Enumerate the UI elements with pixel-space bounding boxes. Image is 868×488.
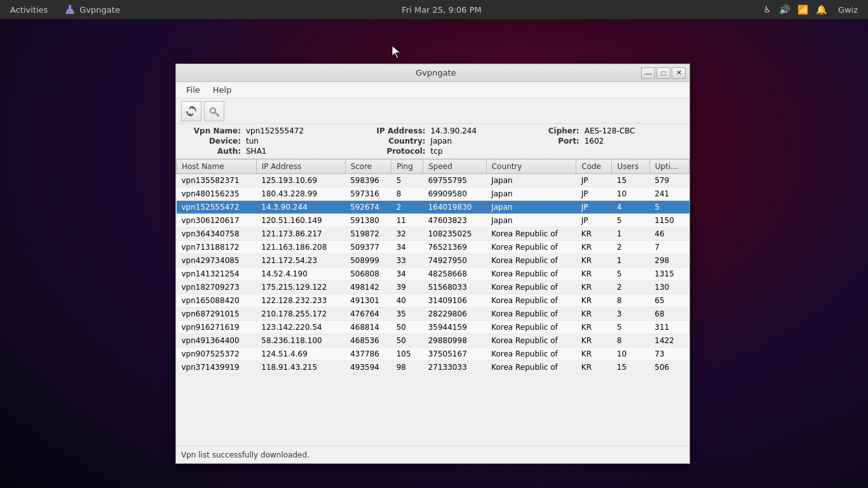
toolbar [176, 98, 689, 124]
table-row[interactable]: vpn135582371125.193.10.69598396569755795… [177, 174, 689, 187]
menu-help[interactable]: Help [208, 84, 237, 96]
col-users[interactable]: Users [612, 159, 649, 174]
volume-icon: 🔊 [779, 4, 790, 15]
statusbar: Vpn list successfully downloaded. [176, 445, 689, 463]
col-ping[interactable]: Ping [391, 159, 423, 174]
vpn-table-container: Host Name IP Address Score Ping Speed Co… [176, 159, 689, 445]
table-row[interactable]: vpn429734085121.172.54.23508999337492795… [177, 254, 689, 268]
table-row[interactable]: vpn306120617120.51.160.14959138011476038… [177, 214, 689, 227]
col-country[interactable]: Country [486, 159, 576, 174]
table-row[interactable]: vpn15255547214.3.90.2445926742164019830J… [177, 201, 689, 214]
window-minimize-button[interactable]: — [641, 67, 655, 79]
accessibility-icon: ♿ [763, 4, 771, 15]
window-titlebar: Gvpngate — □ ✕ [176, 64, 689, 82]
table-header-row: Host Name IP Address Score Ping Speed Co… [177, 159, 689, 174]
col-score[interactable]: Score [345, 159, 391, 174]
window-title: Gvpngate [231, 68, 641, 78]
col-hostname[interactable]: Host Name [177, 159, 257, 174]
table-row[interactable]: vpn49136440058.236.118.10046853650298809… [177, 334, 689, 348]
connect-button[interactable] [204, 101, 224, 121]
window-close-button[interactable]: ✕ [672, 67, 686, 79]
notification-icon: 🔔 [816, 4, 827, 15]
datetime-display: Fri Mar 25, 9:06 PM [402, 5, 481, 15]
svg-point-3 [71, 10, 72, 11]
user-name[interactable]: Gwiz [834, 4, 862, 16]
vpn-table: Host Name IP Address Score Ping Speed Co… [176, 159, 689, 374]
key-icon [208, 105, 220, 118]
activities-button[interactable]: Activities [6, 4, 51, 16]
col-speed[interactable]: Speed [423, 159, 487, 174]
menu-file[interactable]: File [181, 84, 205, 96]
status-message: Vpn list successfully downloaded. [181, 451, 309, 459]
svg-point-4 [210, 108, 215, 113]
topbar: Activities Gvpngate Fri Mar 25, 9:06 PM … [0, 0, 868, 19]
table-row[interactable]: vpn165088420122.128.232.2334913014031409… [177, 294, 689, 308]
flask-icon [64, 4, 76, 15]
svg-point-2 [69, 11, 71, 13]
col-code[interactable]: Code [576, 159, 612, 174]
table-scroll-area[interactable]: Host Name IP Address Score Ping Speed Co… [176, 159, 689, 445]
svg-rect-0 [69, 5, 71, 9]
col-uptime[interactable]: Upti... [649, 159, 689, 174]
window-controls: — □ ✕ [641, 67, 686, 79]
table-row[interactable]: vpn182709273175.215.129.1224981423951568… [177, 281, 689, 294]
window-maximize-button[interactable]: □ [656, 67, 670, 79]
menubar: File Help [176, 82, 689, 98]
vpn-info-panel: Vpn Name:vpn152555472 IP Address:14.3.90… [176, 124, 689, 159]
wifi-icon: 📶 [797, 4, 808, 15]
table-row[interactable]: vpn713188172121.163.186.2085093773476521… [177, 241, 689, 254]
table-row[interactable]: vpn14132125414.52.4.1905068083448258668K… [177, 268, 689, 281]
col-ip[interactable]: IP Address [256, 159, 345, 174]
table-row[interactable]: vpn480156235180.43.228.99597316869909580… [177, 187, 689, 201]
table-row[interactable]: vpn364340758121.173.86.21751987232108235… [177, 227, 689, 241]
table-row[interactable]: vpn371439919118.91.43.215493594982713303… [177, 361, 689, 374]
refresh-icon [185, 105, 198, 118]
app-name: Gvpngate [79, 5, 120, 15]
refresh-button[interactable] [181, 101, 201, 121]
gvpngate-window: Gvpngate — □ ✕ File Help [175, 64, 690, 464]
app-launcher[interactable]: Gvpngate [64, 4, 120, 15]
table-row[interactable]: vpn907525372124.51.4.6943778610537505167… [177, 348, 689, 361]
table-row[interactable]: vpn687291015210.178.255.1724767643528229… [177, 308, 689, 321]
table-row[interactable]: vpn916271619123.142.220.5446881450359441… [177, 321, 689, 334]
